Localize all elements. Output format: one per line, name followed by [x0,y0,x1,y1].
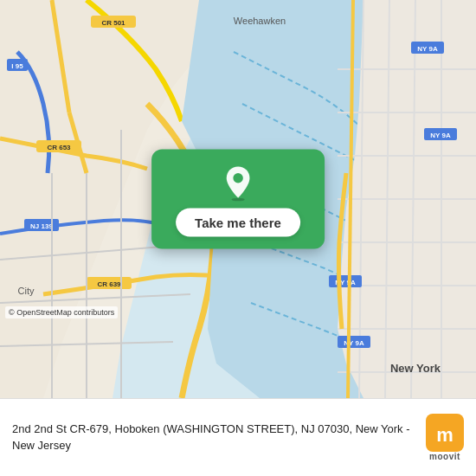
map-container: CR 501 I 95 CR 653 NJ 139 CR 639 [0,0,476,398]
green-card[interactable]: Take me there [151,150,325,249]
svg-text:CR 639: CR 639 [97,280,121,288]
svg-text:CR 653: CR 653 [47,144,71,151]
svg-text:City: City [18,286,35,296]
moovit-icon: m [426,414,464,452]
moovit-logo: m moovit [426,414,464,461]
svg-text:NJ 139: NJ 139 [30,222,53,230]
svg-text:New York: New York [390,362,441,375]
svg-text:I 95: I 95 [11,62,23,70]
info-bar: 2nd 2nd St CR-679, Hoboken (WASHINGTON S… [0,398,476,476]
svg-text:m: m [436,424,453,446]
svg-text:CR 501: CR 501 [101,19,125,27]
moovit-label: moovit [429,452,460,461]
svg-text:NY 9A: NY 9A [417,45,438,53]
svg-point-48 [233,173,242,183]
take-me-there-button[interactable]: Take me there [176,209,300,237]
osm-credit: © OpenStreetMap contributors [5,306,118,318]
svg-point-47 [231,198,244,202]
location-pin-icon [222,165,254,202]
svg-text:Weehawken: Weehawken [234,16,286,26]
button-overlay: Take me there [151,150,325,249]
svg-text:NY 9A: NY 9A [430,132,451,139]
address-text: 2nd 2nd St CR-679, Hoboken (WASHINGTON S… [12,421,415,453]
